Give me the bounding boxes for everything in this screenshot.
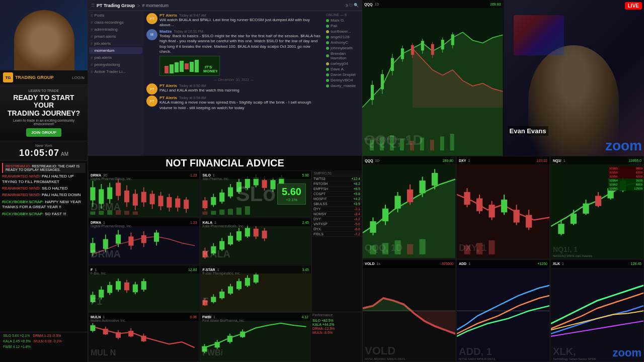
svg-rect-172 [410, 141, 414, 150]
chart-dxy[interactable]: DXY 1 103.22 [456, 156, 550, 259]
msg-text-3: PALI and KALA worth the watch this morni… [159, 88, 321, 93]
chart-qqq[interactable]: QQQ 1D 269.80 [362, 0, 503, 156]
charts-grid: DRMA 30 1.23 [88, 170, 311, 312]
clock-section: New York 10:05:07 AM [0, 141, 88, 161]
svg-rect-6 [195, 60, 199, 72]
presenter-webcam: LIVE Evan Evans zoom [504, 0, 645, 156]
chart-timeframe-qqq-b: 1D [375, 159, 379, 162]
screener-ticker-10: VNTXSP [313, 222, 328, 226]
svg-rect-109 [133, 285, 138, 293]
channel-item-pennystocking[interactable]: # pennystocking [89, 61, 142, 68]
chart-fstar[interactable]: F-STAR 1 3.45 [200, 265, 312, 312]
member-status-davey [326, 84, 329, 87]
chart-topbar-qqq: QQQ 1D 269.80 [362, 0, 503, 8]
member-status-sunflower [326, 30, 329, 33]
svg-rect-155 [391, 58, 394, 71]
ticker-bar: SILO 5.60 +2.1% DRMA 1.23 -0.5% KALA 2.4… [0, 332, 88, 362]
add-company: NYSE SADV MINUS DECL [459, 357, 496, 360]
svg-rect-27 [158, 196, 163, 206]
chart-price-dxy: 103.22 [537, 159, 547, 162]
chart-timeframe-dxy: 1 [468, 159, 470, 162]
channel-item-jobalerts[interactable]: # job-alerts [89, 40, 142, 47]
channel-item-posts[interactable]: # Posts [89, 12, 142, 19]
promo-title: READY TO START YOURTRADING JOURNEY? [4, 94, 84, 117]
chart-drma2[interactable]: DRMA 1 1.23 [88, 218, 200, 264]
silo-price-display: 5.60 +2.1% [277, 184, 306, 205]
chart-price-kala: 2.45 [302, 221, 309, 224]
member-status-daveA [326, 68, 329, 71]
svg-rect-220 [595, 196, 601, 206]
inline-chart-svg: IT'S MONEY [162, 58, 217, 73]
svg-text:MONEY: MONEY [203, 69, 217, 73]
svg-rect-188 [419, 180, 425, 193]
charts-area-middle: DRMA 30 1.23 [88, 170, 362, 312]
chart-fbio[interactable]: F 1 12.80 [88, 265, 200, 312]
chart-qqq-bottom[interactable]: QQQ 1D 269.80 [362, 156, 456, 259]
chart-vold[interactable]: VOLD 1s -325000 VOLD NYSE ADVDEC MINUS D… [362, 259, 456, 363]
chart-ticker-fbio: F [91, 268, 93, 272]
svg-rect-107 [124, 283, 129, 291]
svg-rect-25 [150, 194, 155, 205]
channel-item-class-recordings[interactable]: # class-recordings [89, 19, 142, 26]
chart-drma[interactable]: DRMA 30 1.23 [88, 170, 200, 217]
promo-desc: Learn to trade in an exciting community … [4, 119, 84, 126]
chart-fwbi[interactable]: FWBI 1 4.12 FWBi First Wave [200, 312, 311, 362]
svg-rect-157 [401, 48, 404, 59]
member-status-anthonyC [326, 41, 329, 44]
chart-company-drma2: Digital Pharma Group, Inc. [91, 224, 132, 228]
join-group-button[interactable]: JOIN GROUP [26, 128, 61, 137]
svg-rect-176 [450, 134, 454, 150]
ticker-fwb: FWBI 4.12 +1.8% [2, 344, 32, 349]
chart-kala[interactable]: KALA 1 2.45 [200, 218, 312, 264]
svg-rect-174 [430, 140, 434, 150]
screener-ticker-5: MOSFIT [313, 197, 327, 201]
avatar-pt-alerts-3: PT [146, 83, 157, 95]
channel-item-admintrading[interactable]: # admintrading [89, 26, 142, 33]
chart-ticker-qqq: QQQ [364, 3, 372, 6]
svg-rect-61 [202, 212, 207, 215]
svg-rect-5 [190, 62, 194, 72]
ticker-kala: KALA 2.45 +8.3% [2, 339, 32, 343]
chart-silo[interactable]: SILO 1 5.60 [200, 170, 312, 217]
channel-item-pmartalerts[interactable]: # pmart-alerts [89, 33, 142, 40]
member-pali: Pali [325, 23, 361, 29]
chart-ticker-qqq-b: QQQ [365, 159, 373, 162]
svg-rect-71 [103, 239, 108, 249]
channel-item-active-trader[interactable]: # Active Trader Li... [89, 68, 142, 75]
member-status-brendan [326, 54, 329, 57]
chart-company-silo: Silo Pharma, Inc. [203, 177, 229, 180]
svg-rect-116 [211, 297, 216, 302]
nfa-text: NOT FINANCIAL ADVICE [166, 157, 284, 168]
chat-text-4: PALI HALTED DOWN [42, 193, 81, 197]
perf-row-4: MULN -8.5% [312, 331, 361, 334]
chart-nq1[interactable]: NQ1! 1 10955.0 [550, 156, 644, 259]
zoom-logo: zoom [605, 138, 642, 154]
chart-topbar-xlk: XLK 1 128.45 [551, 260, 643, 268]
channel-item-momentum[interactable]: # momentum [89, 47, 142, 54]
chart-xlk[interactable]: XLK 1 128.45 XLK, Technology Select Sect… [550, 259, 644, 363]
chart-timeframe-vold: 1s [376, 262, 380, 265]
channel-list[interactable]: # Posts # class-recordings # admintradin… [88, 11, 143, 156]
chart-muln[interactable]: MULN 1 0.08 M [88, 312, 199, 362]
ticker-silo: SILO 5.60 +2.1% [2, 333, 31, 338]
msg-time-3: Today at 9:50 AM [179, 84, 206, 87]
login-button[interactable]: LOGIN [72, 75, 85, 80]
chat-message-5: RICKYBOBBY.SCRAP: HAPPY NEW YEAR THANKS … [2, 200, 86, 210]
msg-content-1: PT Alerts Today at 9:47 AM Will watch $K… [159, 13, 321, 28]
discord-msg-2: M Madze Today at 10:31 PM Today: Back to… [146, 29, 321, 76]
screener-row-7: DYY -2.1 [312, 207, 362, 212]
chat-username-2: REANIMATED MIND: [2, 174, 41, 178]
msg-author-3: PT Alerts [159, 83, 177, 88]
chart-timeframe-silo: 1 [213, 173, 215, 177]
msg-time-4: Today at 9:58 AM [179, 96, 206, 100]
screener-ticker-3: EMPFSH [313, 187, 328, 191]
chart-price-drma: 1.23 [190, 173, 197, 177]
screener-ticker-8: NOMSY [313, 212, 327, 216]
svg-rect-92 [245, 228, 250, 237]
chart-ticker-drma: DRMA [91, 173, 101, 177]
chart-timeframe-add: 1 [468, 262, 470, 265]
svg-rect-218 [583, 204, 589, 214]
channel-item-pali-alerts[interactable]: # pali-alerts [89, 54, 142, 61]
screener-ticker-4: COSPT [313, 192, 326, 196]
chart-add[interactable]: ADD 1 +1250 ADD, 1 NYSE SADV MINUS DECL [456, 259, 550, 363]
